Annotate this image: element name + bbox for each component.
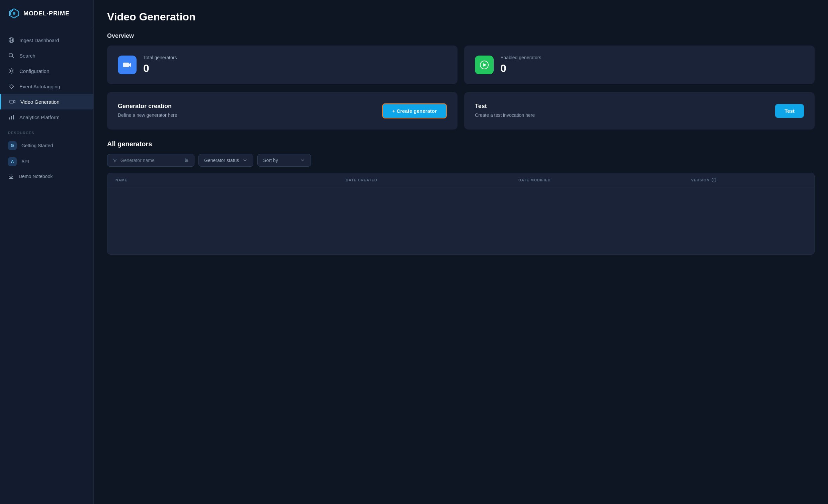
- resource-item-getting-started[interactable]: GGetting Started: [0, 137, 93, 154]
- sidebar-item-label: Event Autotagging: [19, 84, 60, 89]
- page-title: Video Generation: [107, 11, 815, 23]
- info-icon: [711, 178, 716, 182]
- stat-card-total-generators: Total generators 0: [107, 45, 457, 84]
- generator-name-filter-wrap[interactable]: [107, 154, 195, 167]
- logo-text: MODEL·PRIME: [24, 10, 70, 17]
- sidebar-item-label: Video Generation: [20, 99, 59, 105]
- svg-rect-12: [13, 115, 14, 120]
- chevron-down-icon-sort: [300, 158, 305, 163]
- enabled-generators-label: Enabled generators: [500, 55, 541, 60]
- overview-stats-row: Total generators 0 Enabled generators 0: [107, 45, 815, 84]
- sidebar-item-event-autotagging[interactable]: Event Autotagging: [0, 79, 93, 94]
- svg-point-1: [13, 12, 15, 15]
- chevron-down-icon: [242, 158, 248, 163]
- main-content: Video Generation Overview Total generato…: [94, 0, 828, 504]
- tag-icon: [8, 83, 15, 90]
- svg-point-8: [10, 85, 11, 86]
- filter-icon: [113, 158, 117, 163]
- svg-point-7: [10, 70, 12, 72]
- enabled-generators-icon-wrap: [475, 55, 494, 74]
- total-generators-stats: Total generators 0: [143, 55, 177, 75]
- generator-creation-title: Generator creation: [118, 103, 177, 110]
- search-icon: [8, 52, 15, 59]
- generator-creation-description: Define a new generator here: [118, 112, 177, 119]
- sidebar-item-configuration[interactable]: Configuration: [0, 63, 93, 79]
- resource-item-demo-notebook[interactable]: Demo Notebook: [0, 170, 93, 183]
- sidebar-item-label: Configuration: [19, 68, 49, 74]
- svg-rect-10: [9, 118, 10, 120]
- play-circle-icon: [480, 60, 489, 70]
- svg-rect-11: [11, 116, 12, 120]
- sidebar-item-video-generation[interactable]: Video Generation: [0, 94, 93, 110]
- generator-creation-card: Generator creation Define a new generato…: [107, 92, 457, 129]
- all-generators-title: All generators: [107, 140, 815, 148]
- sidebar-item-analytics-platform[interactable]: Analytics Platform: [0, 110, 93, 125]
- total-generators-label: Total generators: [143, 55, 177, 60]
- create-generator-button[interactable]: + Create generator: [382, 103, 447, 119]
- sidebar-item-label: Analytics Platform: [19, 115, 59, 120]
- total-generators-value: 0: [143, 62, 177, 75]
- svg-line-6: [12, 56, 14, 58]
- svg-point-24: [713, 179, 714, 179]
- resource-badge-api: A: [8, 157, 17, 166]
- stat-card-enabled-generators: Enabled generators 0: [464, 45, 815, 84]
- test-card-description: Create a test invocation here: [475, 112, 535, 119]
- resource-badge-getting-started: G: [8, 141, 17, 150]
- video-camera-icon: [123, 60, 132, 70]
- chart-icon: [8, 114, 15, 121]
- test-card-text: Test Create a test invocation here: [475, 103, 535, 119]
- action-cards-row: Generator creation Define a new generato…: [107, 92, 815, 129]
- logo-icon: [8, 7, 20, 19]
- sort-by-filter[interactable]: Sort by: [257, 154, 311, 167]
- sidebar-item-label: Ingest Dashboard: [19, 38, 59, 43]
- generator-creation-text: Generator creation Define a new generato…: [118, 103, 177, 119]
- generator-status-filter[interactable]: Generator status: [199, 154, 253, 167]
- video-icon: [9, 98, 16, 105]
- resource-label: Demo Notebook: [19, 174, 52, 179]
- sort-by-label: Sort by: [263, 158, 296, 163]
- sidebar-item-ingest-dashboard[interactable]: Ingest Dashboard: [0, 33, 93, 48]
- generator-name-input[interactable]: [121, 158, 181, 163]
- resource-label: API: [22, 159, 29, 164]
- test-button[interactable]: Test: [775, 104, 804, 118]
- overview-section-title: Overview: [107, 33, 815, 40]
- table-header-name: NAME: [116, 178, 346, 182]
- globe-icon: [8, 37, 15, 43]
- resource-label: Getting Started: [22, 143, 53, 148]
- table-header-date-modified: DATE MODIFIED: [519, 178, 691, 182]
- resources-label: Resources: [0, 125, 93, 137]
- table-header-version: VERSION: [691, 178, 806, 182]
- svg-point-20: [187, 160, 188, 161]
- svg-rect-13: [123, 62, 129, 67]
- logo: MODEL·PRIME: [0, 0, 93, 27]
- svg-marker-15: [483, 63, 487, 67]
- sidebar: MODEL·PRIME Ingest Dashboard Search Conf…: [0, 0, 94, 504]
- total-generators-icon-wrap: [118, 55, 136, 74]
- sliders-icon: [184, 158, 189, 163]
- download-icon: [8, 173, 14, 179]
- table-header-date-created: DATE CREATED: [346, 178, 519, 182]
- gear-icon: [8, 68, 15, 74]
- table-body: [108, 187, 814, 254]
- test-card-title: Test: [475, 103, 535, 110]
- generator-status-label: Generator status: [204, 158, 239, 163]
- svg-point-19: [185, 159, 187, 160]
- test-card: Test Create a test invocation here Test: [464, 92, 815, 129]
- sidebar-item-label: Search: [19, 53, 36, 58]
- generators-table: NAME DATE CREATED DATE MODIFIED VERSION: [107, 173, 815, 255]
- sidebar-navigation: Ingest Dashboard Search Configuration Ev…: [0, 27, 93, 504]
- enabled-generators-value: 0: [500, 62, 541, 75]
- svg-rect-9: [10, 100, 13, 103]
- table-header: NAME DATE CREATED DATE MODIFIED VERSION: [108, 173, 814, 187]
- sidebar-item-search[interactable]: Search: [0, 48, 93, 63]
- filter-row: Generator status Sort by: [107, 154, 815, 167]
- svg-point-21: [185, 161, 187, 162]
- enabled-generators-stats: Enabled generators 0: [500, 55, 541, 75]
- resource-item-api[interactable]: AAPI: [0, 154, 93, 170]
